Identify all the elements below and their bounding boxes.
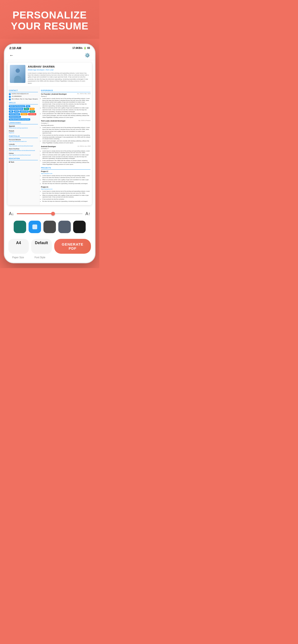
- project-bullet: Lorem Ipsum is simply dummy text of the …: [43, 190, 90, 194]
- exp-bullet: Lorem Ipsum passages, and more recently …: [43, 140, 90, 144]
- slider-thumb[interactable]: [51, 212, 55, 216]
- portfolio-container: Personal Website https://anubhavsharmaad…: [9, 139, 38, 156]
- exp-company: Company Y: [41, 122, 66, 124]
- portfolio-label: GitHub: [9, 152, 38, 154]
- bottom-labels-row: Paper Size Font Style: [5, 255, 95, 262]
- portfolio-link[interactable]: https://linkedin.com/in/anubhavsharmaad: [9, 145, 38, 147]
- exp-bullets: Lorem Ipsum is simply dummy text of the …: [43, 98, 90, 118]
- exp-bullet: When an unknown printer took a galley of…: [43, 154, 90, 160]
- exp-bullet: Lorem Ipsum is simply dummy text of the …: [43, 150, 90, 154]
- address-text: 202, D-Block, Park 12, Vijay Nagar, Bang…: [12, 98, 38, 100]
- language-level: Beginner: [9, 132, 38, 134]
- skills-section-title: SKILLS: [9, 102, 38, 104]
- portfolio-item: Stack Overflow https://stackoverflow.com…: [9, 148, 38, 152]
- resume-name: ANUBHAV SHARMA: [28, 65, 89, 68]
- portfolio-section-title: PORTFOLIO: [9, 135, 38, 138]
- contact-phone: +91-8956895632: [9, 96, 38, 98]
- contact-email: anubhav.sharma@gmail.com: [9, 93, 38, 95]
- portfolio-item: LinkedIn https://linkedin.com/in/anubhav…: [9, 143, 38, 147]
- project-link[interactable]: https://projecta.com: [41, 188, 90, 190]
- color-swatches: [5, 219, 95, 236]
- language-item: Spanish Professional working experience: [9, 125, 38, 129]
- languages-container: Spanish Professional working experienceF…: [9, 125, 38, 134]
- back-button[interactable]: ←: [9, 53, 14, 58]
- skill-tag: XML: [9, 110, 14, 112]
- font-size-slider[interactable]: [17, 213, 83, 214]
- paper-size-value: A4: [12, 241, 25, 245]
- skill-tag: Leadership: [28, 113, 37, 115]
- portfolio-link[interactable]: https://anubhavsharmaad.com: [9, 141, 38, 142]
- projects-section-title: PROJECTS: [41, 167, 90, 170]
- experience-item: Co Founder | Android Developer Startup Z…: [41, 93, 90, 118]
- exp-role: Tech Lead | Android Developer: [41, 120, 66, 122]
- skill-tag: Java: [26, 105, 30, 107]
- project-item: Project A https://projecta.com Lorem Ips…: [41, 186, 90, 202]
- experience-container: Co Founder | Android Developer Startup Z…: [41, 93, 90, 166]
- resume-summary: Lorem Ipsum is simply dummy text of the …: [28, 72, 89, 84]
- color-swatch-4[interactable]: [73, 221, 86, 233]
- skill-tag: Android Development: [9, 108, 23, 110]
- exp-bullets: Lorem Ipsum is simply dummy text of the …: [43, 150, 90, 166]
- projects-container: Project Z https://projectz.com Lorem Ips…: [41, 170, 90, 202]
- settings-icon[interactable]: ⚙️: [85, 53, 90, 58]
- project-link[interactable]: https://projectz.com: [41, 173, 90, 175]
- resume-left-column: CONTACT anubhav.sharma@gmail.com +91-895…: [8, 87, 40, 205]
- slider-fill: [17, 213, 53, 214]
- exp-company: Startup Z: [41, 95, 67, 97]
- project-bullets: Lorem Ipsum is simply dummy text of the …: [43, 175, 90, 184]
- hero-section: PERSONALIZE YOUR RESUME: [0, 0, 99, 39]
- exp-bullet: It was popularised in the 1960s with the…: [43, 113, 90, 118]
- experience-section-title: EXPERIENCE: [41, 89, 90, 92]
- font-style-value: Default: [35, 241, 48, 245]
- status-right: 17.6KB/s 🔋 83: [72, 47, 90, 49]
- resume-header: ANUBHAV SHARMA Mobile App Developer | Te…: [8, 62, 92, 87]
- portfolio-link[interactable]: https://stackoverflow.com/anubhavsharmaa…: [9, 150, 38, 152]
- font-style-pill[interactable]: Default: [31, 239, 52, 254]
- language-item: French Beginner: [9, 130, 38, 134]
- skill-tag: JSON: [14, 110, 19, 112]
- font-style-label: Font Style: [30, 256, 50, 259]
- resume-right-column: EXPERIENCE Co Founder | Android Develope…: [40, 87, 92, 205]
- generate-pdf-button[interactable]: GENERATE PDF: [54, 239, 91, 254]
- exp-bullets: Lorem Ipsum is simply dummy text of the …: [43, 127, 90, 144]
- color-swatch-3[interactable]: [58, 221, 71, 233]
- contact-address: 202, D-Block, Park 12, Vijay Nagar, Bang…: [9, 98, 38, 100]
- address-icon: [9, 98, 11, 100]
- project-bullets: Lorem Ipsum is simply dummy text of the …: [43, 190, 90, 202]
- skill-tag: UI UX: [30, 108, 35, 110]
- project-bullet: But also the leap into electronic typese…: [43, 183, 90, 185]
- color-swatch-0[interactable]: [14, 221, 26, 233]
- language-name: French: [9, 130, 38, 132]
- status-speed: 17.6KB/s: [72, 47, 83, 49]
- color-swatch-1[interactable]: [29, 221, 41, 233]
- status-bar: 2:10 AM 17.6KB/s 🔋 83: [5, 44, 95, 51]
- exp-bullet: Lorem Ipsum is simply dummy text of the …: [43, 127, 90, 134]
- font-increase-button[interactable]: A↑: [85, 211, 91, 217]
- project-bullet: When an unknown printer took a galley of…: [43, 179, 90, 182]
- skill-tag: Kotlin: [24, 108, 29, 110]
- project-name: Project Z: [41, 170, 90, 173]
- edu-degree: M Tech: [9, 161, 38, 163]
- experience-item: Tech Lead | Android Developer Company Y …: [41, 120, 90, 144]
- nav-bar: ← ⚙️: [5, 51, 95, 60]
- exp-bullet: It was popularised in the 1960s with the…: [43, 160, 90, 165]
- exp-bullet: It has survived not only five centuries,…: [43, 134, 90, 140]
- portfolio-label: LinkedIn: [9, 143, 38, 145]
- project-item: Project Z https://projectz.com Lorem Ips…: [41, 170, 90, 185]
- status-battery-pct: 83: [87, 47, 90, 49]
- skill-tag: SQLite: [29, 110, 35, 112]
- exp-company: Company X: [41, 148, 56, 150]
- hero-title: PERSONALIZE YOUR RESUME: [7, 10, 92, 32]
- status-battery: 🔋: [83, 47, 86, 49]
- bottom-settings: A4 Default GENERATE PDF: [5, 236, 95, 255]
- project-bullet: It has survived not only five centuries.: [43, 198, 90, 200]
- skill-tag: Real World Problem Solving Skills: [9, 118, 30, 120]
- portfolio-link[interactable]: https://github.com/anubhavsharmaad: [9, 154, 38, 156]
- color-swatch-2[interactable]: [43, 221, 56, 233]
- experience-item: Android Developer Company X Jul, 2016 to…: [41, 146, 90, 166]
- paper-size-label: Paper Size: [9, 256, 28, 259]
- paper-size-pill[interactable]: A4: [9, 239, 29, 254]
- skill-tag: Entrepreneurship: [9, 116, 21, 118]
- font-size-bar: A↓ A↑: [5, 208, 95, 219]
- font-decrease-button[interactable]: A↓: [9, 211, 14, 217]
